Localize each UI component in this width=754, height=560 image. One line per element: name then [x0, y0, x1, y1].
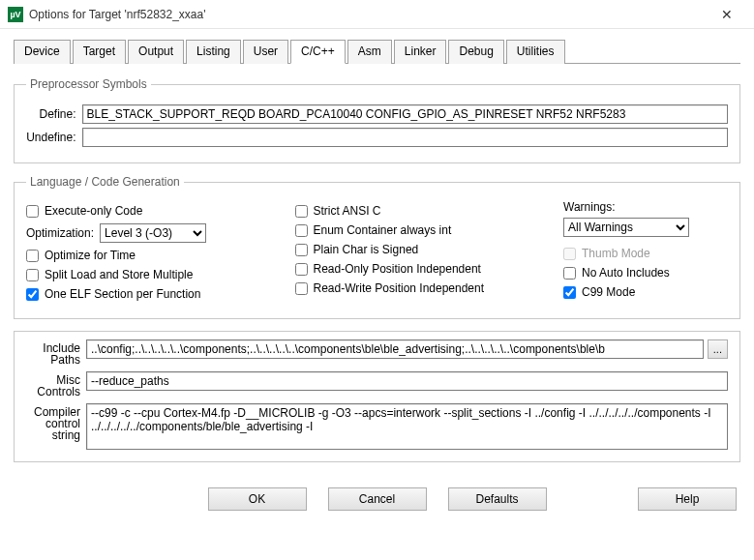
titlebar: µV Options for Target 'nrf52832_xxaa' ✕	[0, 0, 754, 29]
close-button[interactable]: ✕	[708, 1, 746, 28]
enum-container-checkbox[interactable]: Enum Container always int	[295, 223, 541, 237]
tab-output[interactable]: Output	[128, 40, 184, 64]
tab-utilities[interactable]: Utilities	[506, 40, 565, 64]
compiler-string-label: Compiler control string	[26, 403, 86, 450]
optimization-label: Optimization:	[26, 226, 94, 240]
langgen-col-right: Warnings: All Warnings Thumb Mode No Aut…	[563, 198, 728, 307]
warnings-select[interactable]: All Warnings	[563, 218, 689, 237]
paths-group: Include Paths ... Misc Controls Compiler…	[14, 331, 740, 462]
no-auto-includes-checkbox[interactable]: No Auto Includes	[563, 266, 728, 280]
misc-controls-input[interactable]	[86, 371, 728, 391]
langgen-group: Language / Code Generation Execute-only …	[14, 175, 740, 319]
strict-ansic-checkbox[interactable]: Strict ANSI C	[295, 204, 541, 218]
app-icon: µV	[8, 7, 23, 22]
tab-listing[interactable]: Listing	[186, 40, 241, 64]
close-icon: ✕	[721, 7, 733, 22]
tab-user[interactable]: User	[243, 40, 288, 64]
execute-only-checkbox[interactable]: Execute-only Code	[26, 204, 272, 218]
split-load-store-checkbox[interactable]: Split Load and Store Multiple	[26, 268, 272, 281]
one-elf-section-checkbox[interactable]: One ELF Section per Function	[26, 287, 272, 301]
langgen-col-left: Execute-only Code Optimization: Level 3 …	[26, 198, 272, 307]
define-label: Define:	[26, 107, 82, 121]
undefine-input[interactable]	[82, 128, 729, 147]
preprocessor-legend: Preprocessor Symbols	[26, 77, 151, 91]
tab-asm[interactable]: Asm	[347, 40, 392, 64]
tabstrip: DeviceTargetOutputListingUserC/C++AsmLin…	[14, 39, 740, 64]
defaults-button[interactable]: Defaults	[448, 487, 547, 511]
warnings-label: Warnings:	[563, 200, 728, 214]
langgen-col-mid: Strict ANSI C Enum Container always int …	[295, 198, 541, 307]
rw-position-checkbox[interactable]: Read-Write Position Independent	[295, 281, 541, 295]
preprocessor-group: Preprocessor Symbols Define: Undefine:	[14, 77, 740, 163]
optimize-time-checkbox[interactable]: Optimize for Time	[26, 249, 272, 262]
window-title: Options for Target 'nrf52832_xxaa'	[29, 8, 708, 21]
include-paths-label: Include Paths	[26, 339, 86, 366]
optimization-select[interactable]: Level 3 (-O3)	[100, 223, 206, 243]
tab-debug[interactable]: Debug	[448, 40, 503, 64]
include-paths-browse-button[interactable]: ...	[708, 339, 728, 359]
ro-position-checkbox[interactable]: Read-Only Position Independent	[295, 262, 541, 276]
define-input[interactable]	[82, 104, 729, 124]
tab-device[interactable]: Device	[14, 40, 71, 64]
thumb-mode-checkbox: Thumb Mode	[563, 247, 728, 260]
ok-button[interactable]: OK	[208, 487, 307, 511]
langgen-legend: Language / Code Generation	[26, 175, 184, 189]
c99-mode-checkbox[interactable]: C99 Mode	[563, 285, 728, 299]
misc-controls-label: Misc Controls	[26, 371, 86, 398]
tab-linker[interactable]: Linker	[394, 40, 447, 64]
compiler-string-output	[86, 403, 728, 450]
help-button[interactable]: Help	[638, 487, 737, 511]
tab-target[interactable]: Target	[73, 40, 126, 64]
undefine-label: Undefine:	[26, 131, 82, 144]
tab-c-c-[interactable]: C/C++	[290, 40, 346, 64]
plain-char-checkbox[interactable]: Plain Char is Signed	[295, 243, 541, 256]
dialog-buttons: OK Cancel Defaults Help	[0, 474, 754, 520]
include-paths-input[interactable]	[86, 339, 704, 359]
cancel-button[interactable]: Cancel	[328, 487, 427, 511]
